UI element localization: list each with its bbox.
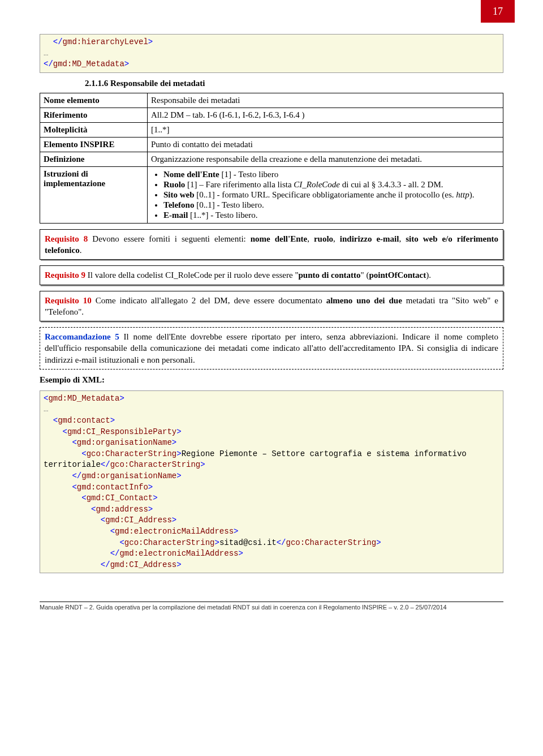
page-content: </gmd:hierarchyLevel> … </gmd:MD_Metadat… <box>0 0 543 590</box>
req-label: Requisito 10 <box>45 296 92 305</box>
req-label: Requisito 9 <box>45 270 85 280</box>
cell-val: All.2 DM – tab. I-6 (I-6.1, I-6.2, I-6.3… <box>148 108 503 122</box>
cell-val: Nome dell'Ente [1] - Testo libero Ruolo … <box>148 166 503 223</box>
requisito-8: Requisito 8 Devono essere forniti i segu… <box>40 229 503 260</box>
list-item: Nome dell'Ente [1] - Testo libero <box>163 170 499 179</box>
table-row: RiferimentoAll.2 DM – tab. I-6 (I-6.1, I… <box>40 108 503 122</box>
table-row: Istruzioni di implementazione Nome dell'… <box>40 166 503 223</box>
metadata-table: Nome elementoResponsabile dei metadati R… <box>40 93 503 224</box>
list-item: Telefono [0..1] - Testo libero. <box>163 200 499 210</box>
table-row: Molteplicità[1..*] <box>40 122 503 137</box>
requisito-9: Requisito 9 Il valore della codelist CI_… <box>40 265 503 285</box>
page-number: 17 <box>493 6 503 18</box>
raccomandazione-5: Raccomandazione 5 Il nome dell'Ente dovr… <box>40 327 503 370</box>
req-label: Requisito 8 <box>45 234 88 243</box>
cell-val: Responsabile dei metadati <box>148 93 503 108</box>
table-row: Elemento INSPIREPunto di contatto dei me… <box>40 137 503 152</box>
list-item: Ruolo [1] – Fare riferimento alla lista … <box>163 180 499 190</box>
list-item: Sito web [0..1] - formato URL. Specifica… <box>163 190 499 200</box>
xml-code-block-2: <gmd:MD_Metadata> … <gmd:contact> <gmd:C… <box>40 390 503 574</box>
list-item: E-mail [1..*] - Testo libero. <box>163 211 499 220</box>
bullet-list: Nome dell'Ente [1] - Testo libero Ruolo … <box>151 170 499 220</box>
cell-key: Istruzioni di implementazione <box>40 166 148 223</box>
page-number-tab: 17 <box>481 0 515 23</box>
esempio-heading: Esempio di XML: <box>40 375 503 385</box>
rec-label: Raccomandazione 5 <box>45 332 119 341</box>
cell-val: Punto di contatto dei metadati <box>148 137 503 152</box>
cell-key: Nome elemento <box>40 93 148 108</box>
table-row: Nome elementoResponsabile dei metadati <box>40 93 503 108</box>
cell-key: Elemento INSPIRE <box>40 137 148 152</box>
cell-key: Molteplicità <box>40 122 148 137</box>
xml-code-block-1: </gmd:hierarchyLevel> … </gmd:MD_Metadat… <box>40 34 503 73</box>
cell-key: Riferimento <box>40 108 148 122</box>
requisito-10: Requisito 10 Come indicato all'allegato … <box>40 291 503 322</box>
cell-key: Definizione <box>40 152 148 166</box>
table-row: DefinizioneOrganizzazione responsabile d… <box>40 152 503 166</box>
section-heading: 2.1.1.6 Responsabile dei metadati <box>85 79 503 88</box>
page-footer: Manuale RNDT – 2. Guida operativa per la… <box>40 602 503 611</box>
cell-val: [1..*] <box>148 122 503 137</box>
cell-val: Organizzazione responsabile della creazi… <box>148 152 503 166</box>
